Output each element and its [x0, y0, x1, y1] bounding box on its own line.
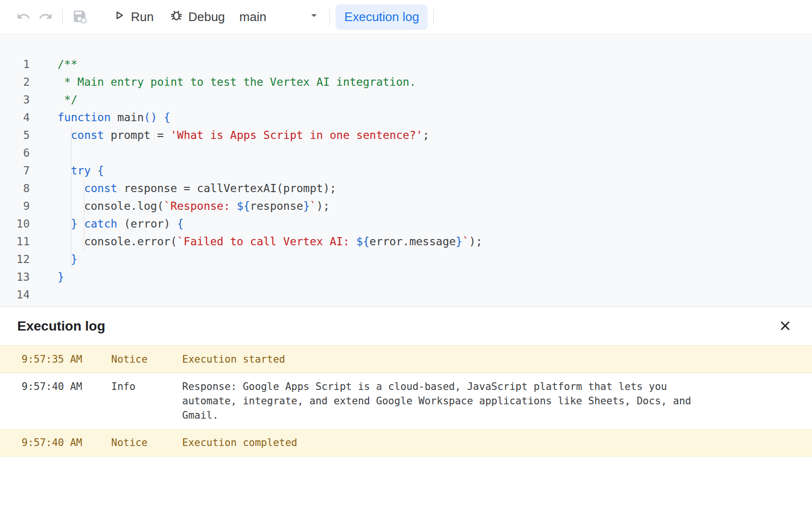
run-button[interactable]: Run	[105, 5, 162, 29]
code-token: catch	[84, 217, 117, 230]
log-message: Execution completed	[182, 435, 297, 450]
line-number[interactable]: 10	[0, 215, 30, 233]
line-number[interactable]: 13	[0, 268, 30, 286]
line-number[interactable]: 5	[0, 126, 30, 144]
redo-button[interactable]	[35, 6, 57, 28]
line-number[interactable]: 14	[0, 286, 30, 304]
chevron-down-icon	[307, 9, 321, 25]
execution-log-title: Execution log	[17, 319, 105, 334]
indent-guide	[84, 180, 84, 251]
code-token: /**	[58, 58, 78, 70]
code-token: prompt =	[104, 129, 170, 141]
toolbar-divider	[433, 9, 434, 25]
code-token: ${	[237, 200, 250, 212]
debug-button-label: Debug	[188, 10, 225, 24]
code-line[interactable]: const response = callVertexAI(prompt);	[58, 180, 812, 197]
line-number[interactable]: 8	[0, 180, 30, 197]
code-token: const	[71, 129, 104, 141]
code-line[interactable]: }	[58, 251, 812, 268]
code-token: );	[469, 235, 483, 248]
code-token: }	[456, 235, 463, 248]
log-time: 9:57:40 AM	[0, 379, 111, 394]
run-button-label: Run	[131, 10, 154, 24]
code-line[interactable]: } catch (error) {	[58, 215, 812, 233]
code-token: try	[71, 164, 91, 177]
code-token: }	[71, 253, 78, 265]
close-button[interactable]	[775, 316, 796, 337]
code-token: {	[97, 164, 104, 177]
code-line[interactable]: const prompt = 'What is Apps Script in o…	[58, 126, 812, 144]
code-editor[interactable]: 1234567891011121314 /** * Main entry poi…	[0, 34, 812, 307]
line-number[interactable]: 11	[0, 233, 30, 251]
code-token: response	[250, 200, 303, 212]
code-line[interactable]: try {	[58, 162, 812, 180]
play-icon	[113, 9, 126, 25]
function-selector-value: main	[239, 10, 266, 24]
log-level: Notice	[111, 352, 182, 366]
code-line[interactable]: /**	[58, 56, 812, 73]
code-token: );	[316, 200, 330, 212]
log-entries: 9:57:35 AMNoticeExecution started9:57:40…	[0, 345, 812, 457]
code-token: console.error(	[58, 235, 177, 248]
code-token	[58, 253, 71, 265]
code-lines[interactable]: /** * Main entry point to test the Verte…	[58, 56, 812, 307]
code-token	[58, 164, 71, 177]
bug-icon	[169, 8, 184, 26]
code-token	[78, 217, 84, 230]
line-number[interactable]: 6	[0, 144, 30, 162]
code-token: (error)	[117, 217, 177, 230]
undo-button[interactable]	[12, 6, 35, 28]
code-line[interactable]: */	[58, 91, 812, 109]
debug-button[interactable]: Debug	[162, 4, 233, 30]
line-number[interactable]: 9	[0, 197, 30, 215]
code-token: function	[58, 111, 111, 124]
line-number[interactable]: 2	[0, 73, 30, 91]
execution-log-button[interactable]: Execution log	[336, 4, 428, 30]
code-line[interactable]: console.log(`Response: ${response}`);	[58, 197, 812, 215]
save-button[interactable]	[69, 6, 91, 28]
toolbar-divider	[329, 9, 330, 25]
code-token	[58, 129, 71, 141]
code-line[interactable]: console.error(`Failed to call Vertex AI:…	[58, 233, 812, 251]
code-token: ()	[144, 111, 157, 124]
code-token: console.log(	[58, 200, 164, 212]
line-number[interactable]: 7	[0, 162, 30, 180]
code-token: `Response:	[164, 200, 237, 212]
code-token: {	[164, 111, 171, 124]
function-selector[interactable]: main	[232, 5, 324, 29]
line-number[interactable]: 1	[0, 56, 30, 73]
code-line[interactable]	[58, 286, 812, 304]
code-token: `Failed to call Vertex AI:	[177, 235, 356, 248]
code-token	[157, 111, 164, 124]
code-token: 'What is Apps Script in one sentence?'	[170, 129, 422, 141]
execution-log-header: Execution log	[0, 307, 812, 345]
log-message: Response: Google Apps Script is a cloud-…	[182, 379, 709, 423]
code-token: `	[310, 200, 316, 212]
code-line[interactable]: * Main entry point to test the Vertex AI…	[58, 73, 812, 91]
line-number[interactable]: 12	[0, 251, 30, 268]
log-entry: 9:57:35 AMNoticeExecution started	[0, 345, 812, 373]
code-token: }	[303, 200, 310, 212]
code-token	[91, 164, 97, 177]
log-level: Notice	[111, 435, 182, 450]
code-line[interactable]: }	[58, 268, 812, 286]
code-line[interactable]	[58, 144, 812, 162]
code-token: response = callVertexAI(prompt);	[117, 182, 336, 194]
line-number[interactable]: 3	[0, 91, 30, 109]
code-line[interactable]: function main() {	[58, 109, 812, 126]
code-token: main	[111, 111, 144, 124]
code-token: ${	[356, 235, 370, 248]
code-token: * Main entry point to test the Vertex AI…	[58, 76, 416, 88]
log-level: Info	[111, 379, 182, 394]
code-token: error.message	[370, 235, 456, 248]
log-time: 9:57:40 AM	[0, 435, 111, 450]
code-token: }	[58, 271, 64, 283]
code-token: ;	[423, 129, 429, 141]
line-number-gutter: 1234567891011121314	[0, 56, 30, 307]
log-message: Execution started	[182, 352, 285, 366]
indent-guide	[71, 126, 71, 268]
line-number[interactable]: 4	[0, 109, 30, 126]
log-entry: 9:57:40 AMNoticeExecution completed	[0, 429, 812, 457]
code-token: }	[71, 217, 78, 230]
code-token: {	[177, 217, 184, 230]
